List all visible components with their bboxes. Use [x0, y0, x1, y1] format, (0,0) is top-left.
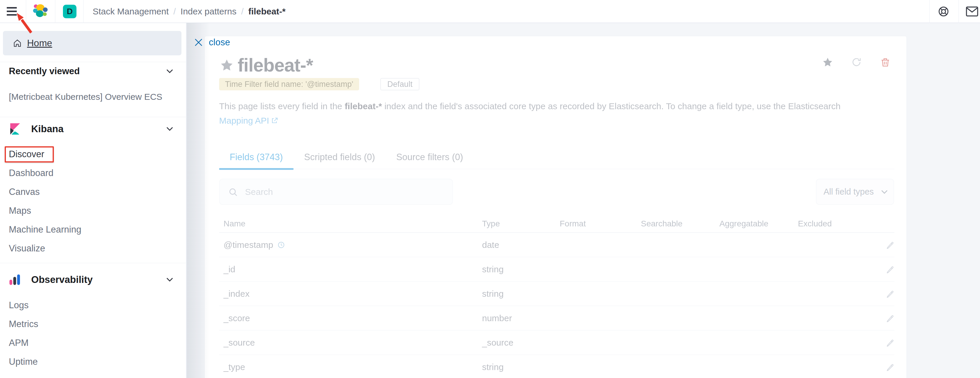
sidebar-item-apm[interactable]: APM — [9, 333, 38, 352]
sidebar-item-metricbeat-overview[interactable]: [Metricbeat Kubernetes] Overview ECS — [9, 91, 162, 103]
home-label: Home — [27, 38, 52, 49]
close-label: close — [209, 37, 230, 48]
sidebar-item-maps[interactable]: Maps — [9, 201, 81, 220]
observability-section-label: Observability — [31, 274, 93, 285]
section-header-observability[interactable]: Observability — [8, 273, 93, 287]
default-star-icon — [220, 58, 234, 72]
field-searchable-cell — [641, 240, 719, 250]
section-header-kibana[interactable]: Kibana — [8, 122, 64, 136]
home-icon — [13, 38, 22, 48]
field-type-cell: string — [482, 264, 560, 274]
field-name-cell: _index — [219, 289, 482, 299]
observability-logo-icon — [8, 273, 21, 286]
description-text: This page lists every field in the — [219, 101, 345, 111]
section-header-recently-viewed[interactable]: Recently viewed — [9, 65, 80, 77]
menu-hamburger-button[interactable] — [7, 7, 17, 16]
topbar-divider — [929, 0, 930, 23]
chevron-down-icon[interactable] — [165, 276, 174, 284]
table-row: _source_source — [219, 330, 894, 355]
column-header-type: Type — [482, 219, 560, 228]
panel-actions — [822, 57, 891, 67]
elastic-logo-icon[interactable] — [32, 3, 48, 19]
field-actions-cell — [880, 289, 894, 298]
field-type-cell: _source — [482, 338, 560, 348]
sidebar-item-metrics[interactable]: Metrics — [9, 315, 38, 333]
top-bar: D Stack Management / Index patterns / fi… — [0, 0, 980, 23]
field-searchable-cell — [641, 362, 719, 372]
field-searchable-cell — [641, 289, 719, 299]
field-actions-cell — [880, 314, 894, 323]
edit-field-pencil-icon[interactable] — [886, 241, 894, 249]
edit-field-pencil-icon[interactable] — [886, 265, 894, 274]
column-header-format: Format — [560, 219, 641, 228]
fields-table: Name Type Format Searchable Aggregatable… — [219, 215, 894, 378]
observability-nav-list: LogsMetricsAPMUptime — [9, 296, 38, 371]
field-type-cell: date — [482, 240, 560, 250]
navigation-sidebar: Home Recently viewed [Metricbeat Kuberne… — [0, 23, 186, 378]
field-name-cell: _type — [219, 362, 482, 372]
breadcrumb-separator: / — [169, 6, 180, 16]
refresh-icon[interactable] — [851, 57, 862, 67]
breadcrumb-separator: / — [237, 6, 248, 16]
sidebar-item-logs[interactable]: Logs — [9, 296, 38, 315]
page-description: This page lists every field in the fileb… — [219, 99, 872, 128]
search-input[interactable] — [220, 179, 452, 204]
table-row: _typestring — [219, 355, 894, 378]
edit-field-pencil-icon[interactable] — [886, 338, 894, 347]
column-header-excluded: Excluded — [798, 219, 880, 228]
field-actions-cell — [880, 363, 894, 372]
set-default-star-button[interactable] — [822, 57, 833, 67]
sidebar-item-visualize[interactable]: Visualize — [9, 239, 81, 258]
sidebar-item-canvas[interactable]: Canvas — [9, 182, 81, 201]
sidebar-item-machine-learning[interactable]: Machine Learning — [9, 220, 81, 239]
sidebar-item-dashboard[interactable]: Dashboard — [9, 164, 81, 182]
field-searchable-cell — [641, 264, 719, 274]
table-header: Name Type Format Searchable Aggregatable… — [219, 215, 894, 233]
sidebar-item-uptime[interactable]: Uptime — [9, 352, 38, 371]
edit-field-pencil-icon[interactable] — [886, 314, 894, 323]
topbar-divider — [26, 0, 26, 23]
kibana-section-label: Kibana — [31, 123, 64, 134]
delete-trash-icon[interactable] — [880, 57, 891, 67]
external-link-icon — [271, 116, 278, 124]
edit-field-pencil-icon[interactable] — [886, 289, 894, 298]
tab-source-filters[interactable]: Source filters (0) — [386, 146, 474, 169]
breadcrumb-current-page: filebeat-* — [248, 6, 286, 16]
field-name-cell: @timestamp — [219, 240, 482, 250]
field-actions-cell — [880, 241, 894, 249]
breadcrumb: Stack Management / Index patterns / file… — [93, 0, 286, 23]
chevron-down-icon — [880, 188, 889, 196]
sidebar-item-home[interactable]: Home — [3, 31, 181, 55]
table-row: _idstring — [219, 257, 894, 282]
column-header-name: Name — [219, 219, 482, 228]
field-aggregatable-cell — [719, 289, 798, 299]
sidebar-divider — [0, 62, 186, 62]
tab-scripted-fields[interactable]: Scripted fields (0) — [294, 146, 386, 169]
edit-field-pencil-icon[interactable] — [886, 363, 894, 372]
description-text: index and the field's associated core ty… — [382, 101, 841, 111]
sidebar-item-discover[interactable]: Discover — [9, 145, 81, 164]
field-type-filter-select[interactable]: All field types — [816, 179, 894, 205]
field-type-cell: string — [482, 362, 560, 372]
title-row: filebeat-* — [220, 54, 313, 76]
chevron-down-icon[interactable] — [165, 125, 174, 133]
field-name-cell: _source — [219, 338, 482, 348]
help-icon[interactable] — [937, 0, 950, 23]
search-row: All field types — [219, 179, 894, 205]
field-name-cell: _id — [219, 264, 482, 274]
breadcrumb-stack-management[interactable]: Stack Management — [93, 6, 169, 16]
fields-table-body: @timestampdate_idstring_indexstring_scor… — [219, 233, 894, 378]
tab-fields[interactable]: Fields (3743) — [219, 146, 294, 169]
space-avatar[interactable]: D — [63, 5, 76, 18]
newsfeed-icon[interactable] — [965, 0, 979, 23]
chevron-down-icon[interactable] — [165, 67, 174, 75]
default-badge: Default — [380, 78, 420, 90]
breadcrumb-index-patterns[interactable]: Index patterns — [181, 6, 237, 16]
field-type-cell: string — [482, 289, 560, 299]
mapping-api-link[interactable]: Mapping API — [219, 116, 269, 125]
field-actions-cell — [880, 338, 894, 347]
description-index-name: filebeat-* — [345, 101, 382, 111]
time-field-clock-icon — [277, 241, 285, 249]
topbar-divider — [83, 0, 84, 23]
field-name-cell: _score — [219, 313, 482, 323]
